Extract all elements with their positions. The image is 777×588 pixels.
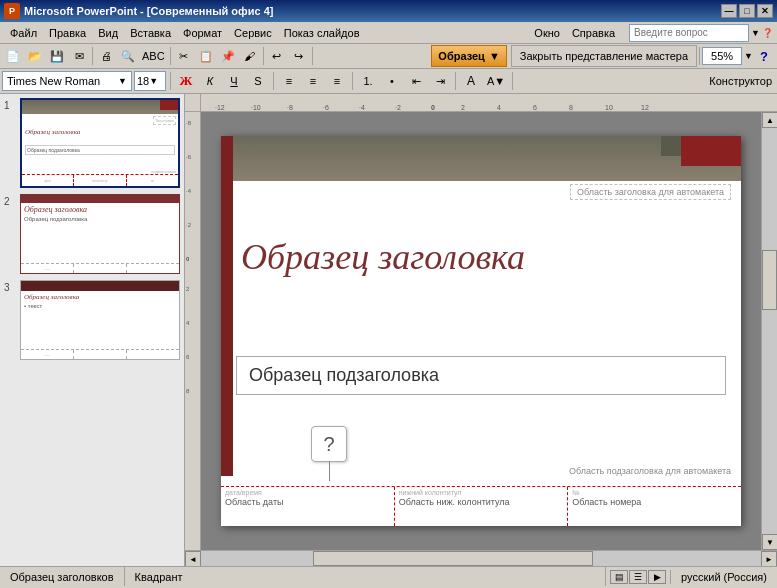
toolbar-formatting: Times New Roman ▼ 18 ▼ Ж К Ч S ≡ ≡ ≡ 1. … [0,69,777,94]
normal-view-button[interactable]: ▤ [610,570,628,584]
spell-button[interactable]: ABC [139,45,168,67]
search-dropdown-arrow[interactable]: ▼ [751,28,760,38]
align-right-button[interactable]: ≡ [326,70,348,92]
sep7 [273,72,274,90]
save-button[interactable]: 💾 [46,45,68,67]
master-dropdown-label: Образец [438,50,485,62]
konstruktor-button[interactable]: Конструктор [706,70,775,92]
new-button[interactable]: 📄 [2,45,24,67]
close-master-button[interactable]: Закрыть представление мастера [511,45,697,67]
copy-button[interactable]: 📋 [195,45,217,67]
question-icon[interactable]: ? [311,426,347,462]
font-bg-button[interactable]: A▼ [484,70,508,92]
minimize-button[interactable]: — [721,4,737,18]
slide3-sub: • текст [24,303,176,309]
email-button[interactable]: ✉ [68,45,90,67]
slide-preview-1[interactable]: Заголовок Образец заголовка Образец подз… [20,98,180,188]
footer-num-label: № [572,489,737,496]
align-left-button[interactable]: ≡ [278,70,300,92]
slide2-title: Образец заголовка [24,205,176,214]
preview-button[interactable]: 🔍 [117,45,139,67]
h-scroll-track[interactable] [201,551,761,566]
bullets-button[interactable]: • [381,70,403,92]
help-icon[interactable]: ❓ [762,28,773,38]
window-title: Microsoft PowerPoint - [Современный офис… [24,5,721,17]
slideshow-view-button[interactable]: ▶ [648,570,666,584]
zoom-dropdown-arrow[interactable]: ▼ [744,51,753,61]
scroll-left-button[interactable]: ◄ [185,551,201,566]
footer-num-value: Область номера [572,497,737,507]
font-size-box[interactable]: 18 ▼ [134,71,166,91]
slide2-sub: Образец подзаголовка [24,216,176,222]
menu-slideshow[interactable]: Показ слайдов [278,25,366,41]
italic-button[interactable]: К [199,70,221,92]
slide-preview-2[interactable]: Образец заголовка Образец подзаголовка —… [20,194,180,274]
scroll-down-button[interactable]: ▼ [762,534,777,550]
main-slide: Область заголовка для автомакета Образец… [221,136,741,526]
zoom-control[interactable]: ▼ [702,47,753,65]
decrease-indent-button[interactable]: ⇤ [405,70,427,92]
open-button[interactable]: 📂 [24,45,46,67]
menu-edit[interactable]: Правка [43,25,92,41]
scroll-up-button[interactable]: ▲ [762,112,777,128]
window-controls[interactable]: — □ ✕ [721,4,773,18]
format-painter-button[interactable]: 🖌 [239,45,261,67]
status-bar: Образец заголовков Квадрант ▤ ☰ ▶ русски… [0,566,777,586]
bold-button[interactable]: Ж [175,70,197,92]
scroll-right-button[interactable]: ► [761,551,777,566]
sep6 [170,72,171,90]
ruler-horizontal: ·12 ·10 ·8 ·6 ·4 ·2 0 2 4 6 8 10 12 [185,94,777,112]
close-button[interactable]: ✕ [757,4,773,18]
font-color-button[interactable]: A [460,70,482,92]
redo-button[interactable]: ↪ [288,45,310,67]
slide-preview-3[interactable]: Образец заголовка • текст —— [20,280,180,360]
slide-top-accent2 [661,136,681,156]
slide-subtitle[interactable]: Образец подзаголовка [236,356,726,395]
sep5 [699,47,700,65]
font-name-box[interactable]: Times New Roman ▼ [2,71,132,91]
cut-button[interactable]: ✂ [173,45,195,67]
scroll-thumb[interactable] [762,250,777,310]
footer-date-label: дата/время [225,489,390,496]
menu-window[interactable]: Окно [528,25,566,41]
help-search-input[interactable] [629,24,749,42]
align-center-button[interactable]: ≡ [302,70,324,92]
underline-button[interactable]: Ч [223,70,245,92]
slide-thumb-2[interactable]: 2 Образец заголовка Образец подзаголовка… [4,194,180,274]
increase-indent-button[interactable]: ⇥ [429,70,451,92]
slide-edit-area: Область заголовка для автомакета Образец… [201,112,761,550]
menu-format[interactable]: Формат [177,25,228,41]
strikethrough-button[interactable]: S [247,70,269,92]
undo-button[interactable]: ↩ [266,45,288,67]
footer-footer-value: Область ниж. колонтитула [399,497,564,507]
help-button[interactable]: ? [753,45,775,67]
ruler-content: ·12 ·10 ·8 ·6 ·4 ·2 0 2 4 6 8 10 12 [201,94,761,111]
numbering-button[interactable]: 1. [357,70,379,92]
slide-num-1: 1 [4,98,16,111]
scroll-track[interactable] [762,128,777,534]
h-scroll-thumb[interactable] [313,551,593,566]
horizontal-scrollbar[interactable]: ◄ ► [185,550,777,566]
slide-thumb-1[interactable]: 1 Заголовок Образец заголовка Образец по… [4,98,180,188]
vertical-scrollbar[interactable]: ▲ ▼ [761,112,777,550]
print-button[interactable]: 🖨 [95,45,117,67]
menu-service[interactable]: Сервис [228,25,278,41]
master-dropdown[interactable]: Образец ▼ [431,45,506,67]
font-size-arrow[interactable]: ▼ [149,76,158,86]
menu-help[interactable]: Справка [566,25,621,41]
slides-panel: 1 Заголовок Образец заголовка Образец по… [0,94,185,566]
header-placeholder[interactable]: Область заголовка для автомакета [570,184,731,200]
menu-view[interactable]: Вид [92,25,124,41]
view-buttons[interactable]: ▤ ☰ ▶ [606,570,671,584]
footer-placeholder-text: Область подзаголовка для автомакета [569,466,731,476]
menu-insert[interactable]: Вставка [124,25,177,41]
font-name-arrow[interactable]: ▼ [118,76,127,86]
paste-button[interactable]: 📌 [217,45,239,67]
maximize-button[interactable]: □ [739,4,755,18]
menu-file[interactable]: Файл [4,25,43,41]
zoom-input[interactable] [702,47,742,65]
outline-view-button[interactable]: ☰ [629,570,647,584]
slide-thumb-3[interactable]: 3 Образец заголовка • текст —— [4,280,180,360]
font-name-value: Times New Roman [7,75,100,87]
slide-main-title[interactable]: Образец заголовка [241,236,721,278]
